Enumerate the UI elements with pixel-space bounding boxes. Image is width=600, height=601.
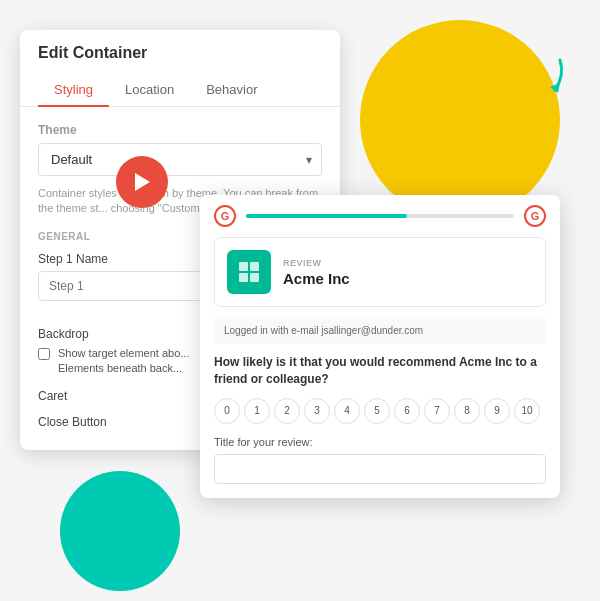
nps-question: How likely is it that you would recommen… — [214, 354, 546, 388]
nps-buttons: 0 1 2 3 4 5 6 7 8 9 10 — [214, 398, 546, 424]
nps-button-4[interactable]: 4 — [334, 398, 360, 424]
review-company-logo — [227, 250, 271, 294]
red-arrow-cursor — [115, 155, 170, 210]
theme-label: Theme — [38, 123, 322, 137]
progress-bar-container — [246, 214, 514, 218]
theme-select[interactable]: Default Custom — [38, 143, 322, 176]
logo-grid — [239, 262, 259, 282]
nps-button-1[interactable]: 1 — [244, 398, 270, 424]
nps-button-0[interactable]: 0 — [214, 398, 240, 424]
backdrop-checkbox-text: Show target element abo...Elements benea… — [58, 346, 189, 377]
title-field-label: Title for your review: — [214, 436, 546, 448]
title-section: Title for your review: — [214, 436, 546, 484]
logo-cell — [239, 273, 248, 282]
tab-styling[interactable]: Styling — [38, 74, 109, 107]
nps-button-7[interactable]: 7 — [424, 398, 450, 424]
nps-button-3[interactable]: 3 — [304, 398, 330, 424]
g-logo-left: G — [214, 205, 236, 227]
panel-title: Edit Container — [38, 44, 322, 62]
nps-button-8[interactable]: 8 — [454, 398, 480, 424]
nps-section: How likely is it that you would recommen… — [214, 354, 546, 424]
bg-teal-circle — [60, 471, 180, 591]
scene: Edit Container Styling Location Behavior… — [0, 0, 600, 601]
nps-button-9[interactable]: 9 — [484, 398, 510, 424]
review-card: REVIEW Acme Inc — [214, 237, 546, 307]
tab-behavior[interactable]: Behavior — [190, 74, 273, 107]
progress-bar-fill — [246, 214, 407, 218]
nps-button-10[interactable]: 10 — [514, 398, 540, 424]
logged-in-bar: Logged in with e-mail jsallinger@dunder.… — [214, 317, 546, 344]
teal-arrow-icon — [520, 50, 570, 100]
review-label: REVIEW — [283, 258, 533, 268]
review-info: REVIEW Acme Inc — [283, 258, 533, 287]
nps-button-5[interactable]: 5 — [364, 398, 390, 424]
tab-location[interactable]: Location — [109, 74, 190, 107]
nps-button-6[interactable]: 6 — [394, 398, 420, 424]
title-input-box[interactable] — [214, 454, 546, 484]
preview-panel: G G REVIEW Acme Inc Logged in with — [200, 195, 560, 498]
g-logo-right: G — [524, 205, 546, 227]
panel-header: Edit Container Styling Location Behavior — [20, 30, 340, 107]
logo-cell — [250, 273, 259, 282]
nps-button-2[interactable]: 2 — [274, 398, 300, 424]
preview-top-bar: G G — [200, 195, 560, 237]
review-company-name: Acme Inc — [283, 270, 533, 287]
theme-select-wrapper: Default Custom ▾ — [38, 143, 322, 176]
show-target-checkbox[interactable] — [38, 348, 50, 360]
logo-cell — [239, 262, 248, 271]
tab-row: Styling Location Behavior — [38, 74, 322, 106]
logo-cell — [250, 262, 259, 271]
